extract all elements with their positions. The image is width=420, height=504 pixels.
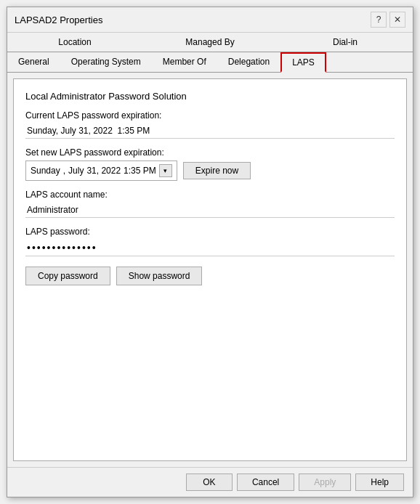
title-bar-left: LAPSAD2 Properties: [15, 15, 102, 25]
expire-now-button[interactable]: Expire now: [183, 162, 251, 179]
tab-location[interactable]: Location: [7, 33, 142, 52]
date-day: Sunday: [31, 166, 60, 176]
current-expiry-label: Current LAPS password expiration:: [25, 110, 395, 121]
cancel-button[interactable]: Cancel: [237, 473, 294, 491]
tab-row-1: Location Managed By Dial-in: [7, 33, 413, 52]
window: LAPSAD2 Properties ? ✕ Location Managed …: [7, 7, 413, 497]
help-bottom-button[interactable]: Help: [355, 473, 404, 491]
password-button-row: Copy password Show password: [25, 267, 395, 285]
show-password-button[interactable]: Show password: [116, 267, 203, 285]
date-month: July: [68, 166, 84, 176]
date-time: 1:35 PM: [124, 166, 156, 176]
tab-operating-system[interactable]: Operating System: [60, 52, 152, 72]
window-title: LAPSAD2 Properties: [15, 15, 102, 25]
password-label: LAPS password:: [25, 227, 395, 237]
title-controls: ? ✕: [371, 12, 405, 28]
account-name-label: LAPS account name:: [25, 190, 395, 200]
new-expiry-label: Set new LAPS password expiration:: [25, 147, 395, 158]
tab-delegation[interactable]: Delegation: [217, 52, 280, 72]
date-dropdown-button[interactable]: ▾: [159, 164, 172, 177]
ok-button[interactable]: OK: [186, 473, 233, 491]
date-comma: ,: [63, 166, 65, 176]
tab-dial-in[interactable]: Dial-in: [278, 33, 413, 52]
date-input-box: Sunday , July 31, 2022 1:35 PM ▾: [25, 160, 177, 181]
tab-row-2: General Operating System Member Of Deleg…: [7, 52, 413, 73]
copy-password-button[interactable]: Copy password: [25, 267, 110, 285]
content-panel: Local Administrator Password Solution Cu…: [13, 78, 407, 461]
tab-laps[interactable]: LAPS: [280, 52, 326, 73]
tab-managed-by[interactable]: Managed By: [142, 33, 278, 52]
tab-member-of[interactable]: Member Of: [152, 52, 217, 72]
tab-general[interactable]: General: [7, 52, 60, 72]
close-button[interactable]: ✕: [389, 12, 405, 28]
current-expiry-field[interactable]: [25, 123, 395, 139]
bottom-bar: OK Cancel Apply Help: [7, 467, 413, 497]
password-field: ••••••••••••••: [25, 240, 395, 256]
date-row: Sunday , July 31, 2022 1:35 PM ▾ Expire …: [25, 160, 395, 181]
section-title: Local Administrator Password Solution: [25, 91, 395, 102]
apply-button[interactable]: Apply: [299, 473, 351, 491]
account-name-field[interactable]: [25, 203, 395, 218]
date-date: 31, 2022: [86, 166, 121, 176]
help-button[interactable]: ?: [371, 12, 387, 28]
title-bar: LAPSAD2 Properties ? ✕: [7, 7, 413, 33]
